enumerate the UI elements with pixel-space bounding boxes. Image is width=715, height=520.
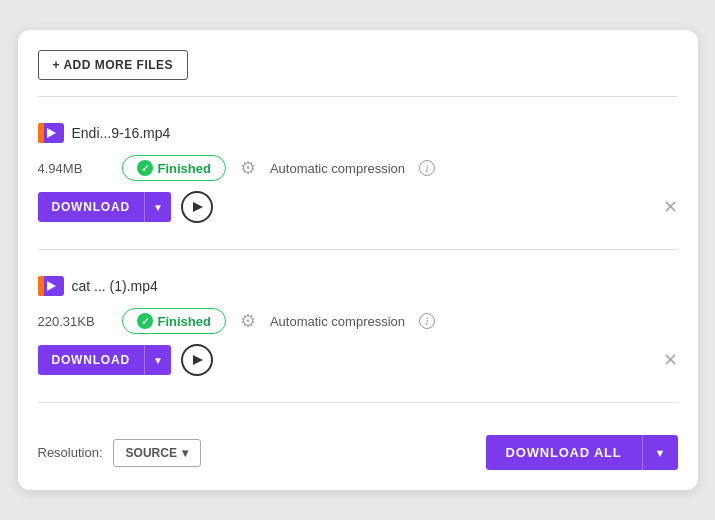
download-all-arrow-button[interactable]: ▼ (642, 435, 678, 470)
file-size-2: 220.31KB (38, 314, 108, 329)
status-badge-2: ✓ Finished (122, 308, 226, 334)
source-button[interactable]: SOURCE ▾ (113, 439, 201, 467)
file-icon-accent-1 (38, 123, 44, 143)
video-file-icon-1 (38, 123, 64, 143)
file-header-1: Endi...9-16.mp4 (38, 123, 678, 143)
source-chevron-icon: ▾ (182, 446, 188, 460)
main-container: + ADD MORE FILES Endi...9-16.mp4 4.94MB … (18, 30, 698, 490)
divider-middle (38, 249, 678, 250)
file-header-2: cat ... (1).mp4 (38, 276, 678, 296)
download-button-2[interactable]: DOWNLOAD (38, 345, 144, 375)
close-button-1[interactable]: ✕ (663, 198, 678, 216)
check-icon-2: ✓ (137, 313, 153, 329)
file-name-1: Endi...9-16.mp4 (72, 125, 171, 141)
download-button-1[interactable]: DOWNLOAD (38, 192, 144, 222)
file-name-2: cat ... (1).mp4 (72, 278, 158, 294)
download-all-group: DOWNLOAD ALL ▼ (486, 435, 678, 470)
play-button-2[interactable] (181, 344, 213, 376)
download-arrow-button-1[interactable]: ▼ (144, 192, 171, 222)
source-label: SOURCE (126, 446, 177, 460)
check-icon-1: ✓ (137, 160, 153, 176)
status-label-2: Finished (158, 314, 211, 329)
file-info-row-1: 4.94MB ✓ Finished ⚙ Automatic compressio… (38, 155, 678, 181)
file-info-row-2: 220.31KB ✓ Finished ⚙ Automatic compress… (38, 308, 678, 334)
resolution-label: Resolution: (38, 445, 103, 460)
actions-row-2: DOWNLOAD ▼ ✕ (38, 344, 678, 376)
add-files-button[interactable]: + ADD MORE FILES (38, 50, 189, 80)
status-badge-1: ✓ Finished (122, 155, 226, 181)
file-icon-accent-2 (38, 276, 44, 296)
divider-bottom (38, 402, 678, 403)
divider-top (38, 96, 678, 97)
info-icon-1[interactable]: i (419, 160, 435, 176)
close-button-2[interactable]: ✕ (663, 351, 678, 369)
download-btn-group-1: DOWNLOAD ▼ (38, 192, 171, 222)
status-label-1: Finished (158, 161, 211, 176)
actions-row-1: DOWNLOAD ▼ ✕ (38, 191, 678, 223)
file-size-1: 4.94MB (38, 161, 108, 176)
compression-label-1: Automatic compression (270, 161, 405, 176)
download-all-button[interactable]: DOWNLOAD ALL (486, 435, 642, 470)
resolution-area: Resolution: SOURCE ▾ (38, 439, 201, 467)
download-arrow-button-2[interactable]: ▼ (144, 345, 171, 375)
download-btn-group-2: DOWNLOAD ▼ (38, 345, 171, 375)
settings-icon-1[interactable]: ⚙ (240, 157, 256, 179)
play-button-1[interactable] (181, 191, 213, 223)
file-block-2: cat ... (1).mp4 220.31KB ✓ Finished ⚙ Au… (38, 266, 678, 386)
settings-icon-2[interactable]: ⚙ (240, 310, 256, 332)
file-block-1: Endi...9-16.mp4 4.94MB ✓ Finished ⚙ Auto… (38, 113, 678, 233)
video-file-icon-2 (38, 276, 64, 296)
info-icon-2[interactable]: i (419, 313, 435, 329)
bottom-bar: Resolution: SOURCE ▾ DOWNLOAD ALL ▼ (38, 419, 678, 470)
compression-label-2: Automatic compression (270, 314, 405, 329)
